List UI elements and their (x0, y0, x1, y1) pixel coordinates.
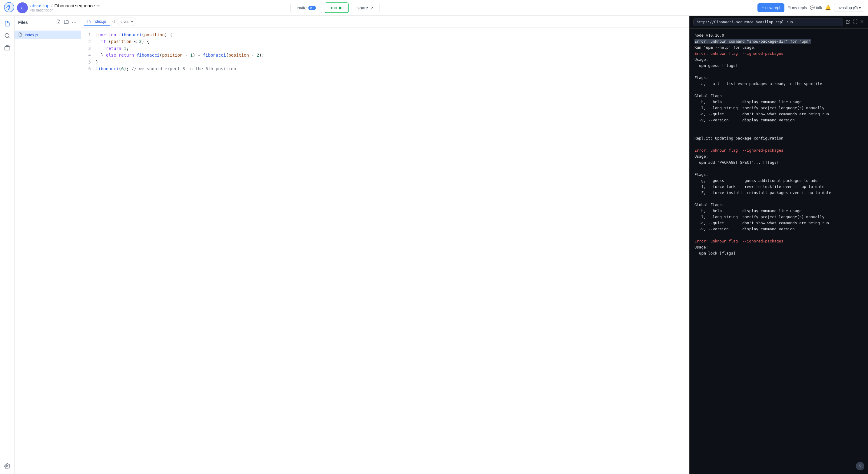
file-item-indexjs[interactable]: index.js (14, 31, 81, 39)
saved-dropdown-button[interactable]: ▾ (130, 19, 133, 25)
svg-rect-7 (4, 46, 10, 50)
file-list: index.js (14, 29, 81, 40)
project-info: abvasilop / Fibonacci sequence ✏ No desc… (30, 3, 100, 12)
terminal-close-button[interactable] (860, 19, 864, 25)
editor-area: index.js ↺ saved ▾ 1 2 3 4 5 6 function … (81, 16, 689, 474)
term-blank-8 (694, 232, 863, 238)
my-repls-label: my repls (792, 5, 807, 10)
terminal-output[interactable]: node v10.16.0 Error: unknown command "sh… (690, 29, 868, 474)
svg-point-2 (8, 5, 10, 7)
term-line-25: -v, --version display command version (694, 226, 863, 232)
help-button[interactable]: ? (856, 462, 864, 470)
svg-line-6 (8, 37, 9, 38)
more-button[interactable]: ⋯ (71, 19, 77, 26)
sidebar-icon-search[interactable] (2, 30, 13, 41)
term-line-16: upm add "PACKAGE[ SPEC]"... [flags] (694, 160, 863, 166)
user-menu-button[interactable]: bvasilop (0) ▾ (834, 4, 864, 12)
nav-right: + new repl ⊞ my repls 💬 talk 🔔 bvasilop … (757, 3, 864, 12)
file-panel-title: Files (18, 20, 28, 25)
talk-button[interactable]: 💬 talk (810, 5, 822, 10)
term-line-28: upm lock [flags] (694, 250, 863, 257)
sidebar-icon-settings[interactable] (2, 461, 13, 472)
term-line-17: Flags: (694, 172, 863, 178)
terminal-expand-button[interactable] (853, 19, 858, 25)
sidebar-icon-packages[interactable] (2, 42, 13, 53)
term-line-3: Error: unknown flag: --ignored-packages (694, 50, 863, 57)
edit-icon[interactable]: ✏ (97, 3, 100, 8)
url-bar: https://Fibonacci-sequence.bvasilop.repl… (693, 18, 843, 26)
svg-point-8 (6, 466, 8, 467)
file-icon (18, 32, 23, 37)
term-blank-4 (694, 129, 863, 135)
term-line-24: -q, --quiet don't show what commands are… (694, 220, 863, 226)
term-line-18: -g, --guess guess additional packages to… (694, 178, 863, 184)
term-blank-5 (694, 141, 863, 147)
term-line-4: Usage: (694, 57, 863, 63)
svg-line-11 (848, 20, 850, 22)
term-blank-7 (694, 196, 863, 202)
icon-sidebar (0, 16, 14, 474)
my-repls-button[interactable]: ⊞ my repls (787, 5, 807, 10)
term-line-5: upm guess [flags] (694, 63, 863, 69)
invite-button[interactable]: invite 8+ (290, 3, 322, 13)
term-line-23: -l, --lang string specify project langua… (694, 214, 863, 220)
svg-text:a: a (21, 5, 24, 10)
share-button[interactable]: share ↗ (351, 3, 380, 13)
term-line-21: Global Flags: (694, 202, 863, 208)
avatar[interactable]: a (17, 2, 28, 13)
term-line-12: -v, --version display command version (694, 117, 863, 123)
term-line-10: -l, --lang string specify project langua… (694, 105, 863, 111)
term-line-20: -F, --force-install reinstall packages e… (694, 190, 863, 196)
sidebar-icon-files[interactable] (2, 18, 13, 29)
term-line-8: Global Flags: (694, 93, 863, 99)
file-name: index.js (25, 33, 38, 37)
code-content[interactable]: function fibonacci(position) { if (posit… (93, 28, 689, 474)
run-button[interactable]: run ▶ (325, 2, 349, 13)
svg-point-1 (4, 2, 14, 12)
term-blank-2 (694, 87, 863, 93)
project-title-row: abvasilop / Fibonacci sequence ✏ (30, 3, 100, 8)
code-editor[interactable]: 1 2 3 4 5 6 function fibonacci(position)… (81, 28, 689, 474)
tab-actions: ↺ saved ▾ (112, 18, 136, 26)
share-icon: ↗ (370, 5, 373, 10)
logo[interactable] (4, 2, 14, 14)
external-link-button[interactable] (845, 20, 850, 25)
main-layout: Files ⋯ index.js (0, 16, 868, 474)
top-nav: a abvasilop / Fibonacci sequence ✏ No de… (0, 0, 868, 16)
saved-label: saved (120, 20, 129, 24)
term-line-13: Repl.it: Updating package configuration (694, 135, 863, 141)
editor-tab-indexjs[interactable]: index.js (84, 17, 110, 26)
project-owner: abvasilop (30, 3, 50, 8)
play-icon: ▶ (339, 5, 342, 10)
new-file-button[interactable] (55, 19, 61, 26)
file-panel-actions: ⋯ (55, 19, 77, 26)
file-panel: Files ⋯ index.js (14, 16, 81, 474)
term-line-0: node v10.16.0 (694, 32, 863, 38)
term-line-2: Run 'upm --help' for usage. (694, 44, 863, 50)
term-blank-1 (694, 69, 863, 75)
term-line-27: Usage: (694, 244, 863, 250)
talk-icon: 💬 (810, 5, 815, 10)
term-line-14: Error: unknown flag: --ignored-packages (694, 147, 863, 154)
term-line-11: -q, --quiet don't show what commands are… (694, 111, 863, 117)
chevron-down-icon: ▾ (859, 5, 861, 10)
new-repl-button[interactable]: + new repl (757, 3, 784, 12)
talk-label: talk (816, 5, 822, 10)
term-blank-6 (694, 166, 863, 172)
terminal-actions (853, 19, 864, 25)
invite-label: invite (297, 5, 307, 10)
run-label: run (331, 5, 337, 10)
saved-badge: saved ▾ (117, 18, 136, 26)
invite-count: 8+ (308, 6, 316, 10)
term-line-7: -a, --all list even packages already in … (694, 81, 863, 87)
project-name: Fibonacci sequence (55, 3, 95, 8)
new-folder-button[interactable] (63, 19, 69, 26)
terminal-panel: https://Fibonacci-sequence.bvasilop.repl… (689, 16, 868, 474)
term-line-9: -h, --help display command-line usage (694, 99, 863, 105)
new-repl-label: + new repl (762, 5, 780, 10)
notifications-button[interactable]: 🔔 (825, 5, 831, 10)
editor-tab-bar: index.js ↺ saved ▾ (81, 16, 689, 28)
terminal-url: https://Fibonacci-sequence.bvasilop.repl… (696, 20, 793, 24)
svg-point-5 (5, 34, 9, 37)
share-label: share (358, 5, 368, 10)
